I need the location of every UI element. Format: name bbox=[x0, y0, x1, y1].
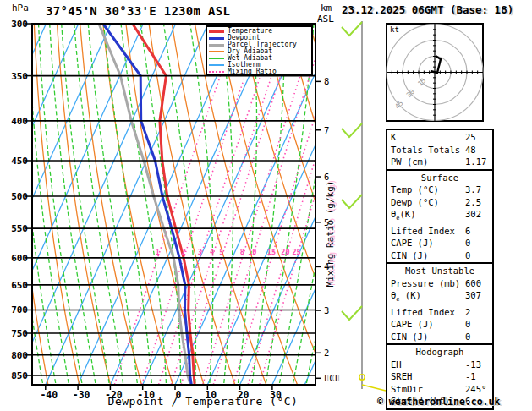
legend-line-sample bbox=[209, 64, 224, 66]
row-value: 0 bbox=[465, 318, 489, 331]
svg-text:500: 500 bbox=[11, 191, 28, 202]
hodograph-panel: 153045kt bbox=[387, 24, 483, 121]
svg-text:850: 850 bbox=[11, 370, 28, 381]
row-label: θe (K) bbox=[391, 289, 465, 306]
indices-table: K25Totals Totals48PW (cm)1.17SurfaceTemp… bbox=[386, 129, 494, 410]
svg-text:8: 8 bbox=[240, 248, 244, 256]
table-row: K25 bbox=[391, 131, 489, 144]
row-value: 2 bbox=[465, 306, 489, 319]
row-label: K bbox=[391, 131, 465, 144]
svg-text:450: 450 bbox=[11, 156, 28, 167]
row-label: SREH bbox=[391, 370, 465, 383]
row-label: Pressure (mb) bbox=[391, 277, 465, 290]
table-row: Totals Totals48 bbox=[391, 144, 489, 156]
svg-text:20: 20 bbox=[281, 248, 289, 256]
pressure-tick-labels: 300350400450500550600650700750800850 bbox=[11, 19, 32, 381]
section-header: Surface bbox=[391, 172, 489, 184]
table-row: Dewp (°C)2.5 bbox=[391, 196, 489, 209]
legend-label: Mixing Ratio bbox=[228, 68, 277, 75]
chart-legend: TemperatureDewpointParcel TrajectoryDry … bbox=[206, 25, 313, 75]
table-row: θe(K)302 bbox=[391, 208, 489, 225]
copyright: © weatheronline.co.uk bbox=[377, 396, 500, 408]
table-row: Lifted Index2 bbox=[391, 306, 489, 319]
legend-line-sample bbox=[209, 37, 224, 40]
row-label: CIN (J) bbox=[391, 249, 465, 262]
row-label: CAPE (J) bbox=[391, 318, 465, 331]
wind-barb bbox=[342, 195, 362, 208]
indices-section: K25Totals Totals48PW (cm)1.17 bbox=[386, 129, 494, 171]
station-title: 37°45'N 30°33'E 1230m ASL bbox=[46, 4, 230, 18]
row-label: θe(K) bbox=[391, 208, 465, 225]
row-value: 302 bbox=[465, 208, 489, 225]
row-value: -1 bbox=[465, 370, 489, 383]
svg-text:4: 4 bbox=[210, 248, 214, 256]
row-value: 0 bbox=[465, 249, 489, 262]
mixing-ratio-axis-label: Mixing Ratio (g/kg) bbox=[325, 150, 336, 319]
row-value: 0 bbox=[465, 237, 489, 249]
row-value: 48 bbox=[465, 144, 489, 156]
row-value: 0 bbox=[465, 331, 489, 343]
svg-text:400: 400 bbox=[11, 116, 28, 127]
table-row: θe (K)307 bbox=[391, 289, 489, 306]
svg-text:700: 700 bbox=[11, 304, 28, 315]
row-label: Lifted Index bbox=[391, 225, 465, 238]
skewt-sounding-page: 300350400450500550600650700750800850-40-… bbox=[0, 0, 532, 411]
svg-text:8: 8 bbox=[324, 76, 329, 86]
svg-text:1: 1 bbox=[156, 248, 160, 256]
row-value: -13 bbox=[465, 359, 489, 371]
table-row: CIN (J)0 bbox=[391, 249, 489, 262]
svg-text:2: 2 bbox=[324, 348, 329, 358]
svg-text:350: 350 bbox=[11, 71, 28, 82]
lcl-label: LCL bbox=[324, 373, 340, 383]
table-row: CAPE (J)0 bbox=[391, 318, 489, 331]
wind-barb bbox=[342, 123, 362, 137]
table-row: Lifted Index6 bbox=[391, 225, 489, 238]
row-value: 2.5 bbox=[465, 196, 489, 209]
row-label: CIN (J) bbox=[391, 331, 465, 343]
altitude-axis-unit-km: km bbox=[321, 3, 332, 14]
svg-text:650: 650 bbox=[11, 280, 28, 291]
legend-line-sample bbox=[209, 71, 224, 73]
datetime-heading: 23.12.2025 06GMT (Base: 18) bbox=[342, 3, 531, 16]
table-row: Pressure (mb)600 bbox=[391, 277, 489, 290]
table-row: EH-13 bbox=[391, 359, 489, 371]
table-row: Temp (°C)3.7 bbox=[391, 184, 489, 196]
legend-line-sample bbox=[209, 30, 224, 33]
row-label: Totals Totals bbox=[391, 144, 465, 156]
svg-text:600: 600 bbox=[11, 253, 28, 264]
row-label: Dewp (°C) bbox=[391, 196, 465, 209]
pressure-axis-unit: hPa bbox=[12, 3, 29, 14]
table-row: StmDir245° bbox=[391, 383, 489, 396]
row-label: Lifted Index bbox=[391, 306, 465, 319]
wind-barb-column bbox=[342, 21, 386, 391]
row-label: EH bbox=[391, 359, 465, 371]
table-row: PW (cm)1.17 bbox=[391, 156, 489, 168]
legend-line-sample bbox=[209, 44, 224, 47]
svg-text:25: 25 bbox=[292, 248, 300, 256]
svg-text:5: 5 bbox=[219, 248, 223, 256]
wind-barb bbox=[342, 306, 362, 320]
svg-text:-30: -30 bbox=[73, 389, 90, 401]
svg-text:2: 2 bbox=[182, 248, 186, 256]
svg-text:15: 15 bbox=[267, 248, 276, 256]
indices-section: Most UnstablePressure (mb)600θe (K)307Li… bbox=[386, 262, 494, 345]
sounding-traces bbox=[99, 24, 195, 385]
svg-text:-40: -40 bbox=[40, 389, 58, 401]
row-value: 245° bbox=[465, 383, 489, 396]
svg-text:750: 750 bbox=[11, 328, 28, 339]
trace-dewpoint bbox=[103, 24, 191, 385]
row-label: StmDir bbox=[391, 383, 465, 396]
legend-line-sample bbox=[209, 58, 224, 59]
row-value: 3.7 bbox=[465, 184, 489, 196]
table-row: CIN (J)0 bbox=[391, 331, 489, 343]
altitude-axis-unit-asl: ASL bbox=[317, 14, 334, 25]
section-header: Most Unstable bbox=[391, 265, 489, 277]
temperature-axis-label: Dewpoint / Temperature (°C) bbox=[97, 395, 309, 408]
row-value: 600 bbox=[465, 277, 489, 290]
svg-text:10: 10 bbox=[248, 248, 256, 256]
svg-text:550: 550 bbox=[11, 223, 28, 234]
indices-section: SurfaceTemp (°C)3.7Dewp (°C)2.5θe(K)302L… bbox=[386, 169, 494, 265]
legend-item: Mixing Ratio bbox=[209, 68, 311, 75]
table-row: SREH-1 bbox=[391, 370, 489, 383]
svg-text:800: 800 bbox=[11, 350, 28, 361]
